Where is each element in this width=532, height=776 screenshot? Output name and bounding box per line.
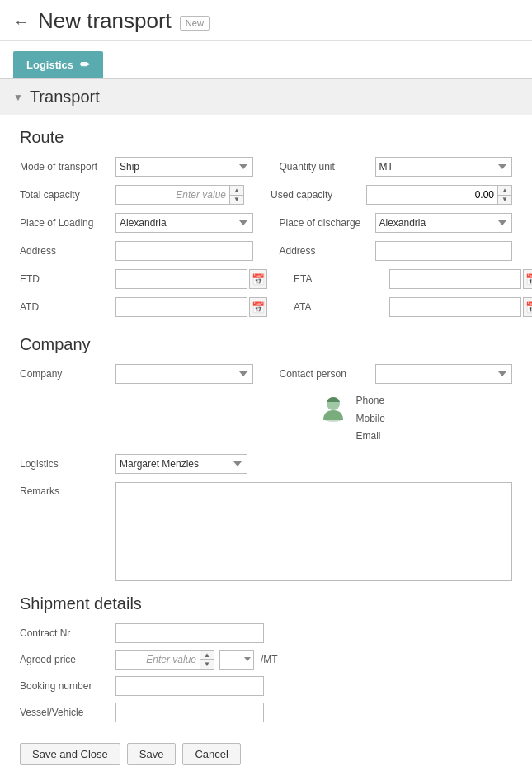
remarks-textarea[interactable]	[115, 482, 512, 581]
logistics-field-label: Logistics	[20, 458, 111, 470]
total-capacity-label: Total capacity	[20, 189, 111, 201]
avatar	[318, 392, 348, 422]
address-right-label: Address	[280, 245, 370, 257]
section-transport: ▼ Transport	[0, 79, 532, 115]
ata-input[interactable]	[389, 297, 521, 317]
tab-logistics[interactable]: Logistics ✏	[13, 51, 103, 78]
ata-label: ATA	[294, 301, 384, 313]
atd-input-wrap: 📅	[115, 297, 267, 317]
booking-number-row: Booking number	[20, 676, 512, 696]
agreed-price-up[interactable]: ▲	[200, 651, 214, 660]
etd-label: ETD	[20, 273, 111, 285]
total-capacity-up[interactable]: ▲	[230, 186, 243, 196]
place-of-loading-row: Place of Loading Alexandria Cairo Port S…	[20, 213, 253, 233]
vessel-vehicle-input[interactable]	[115, 703, 264, 722]
mode-of-transport-row: Mode of transport Ship Truck Rail Air	[20, 157, 253, 177]
contact-details: Phone Mobile Email	[356, 392, 385, 446]
quantity-unit-row: Quantity unit MT KG LT	[280, 157, 513, 177]
used-capacity-down[interactable]: ▼	[498, 196, 511, 205]
form-grid-row3: Place of Loading Alexandria Cairo Port S…	[20, 213, 512, 238]
used-capacity-input[interactable]	[367, 186, 497, 204]
mode-of-transport-select[interactable]: Ship Truck Rail Air	[115, 157, 253, 177]
total-capacity-placeholder[interactable]: Enter value	[116, 187, 229, 202]
form-grid-row5: ETD 📅 ETA 📅	[20, 269, 512, 294]
atd-row: ATD 📅	[20, 297, 267, 317]
mode-of-transport-label: Mode of transport	[20, 161, 111, 173]
place-of-discharge-row: Place of discharge Alexandria Cairo Port…	[280, 213, 513, 233]
total-capacity-down[interactable]: ▼	[230, 196, 243, 205]
booking-number-label: Booking number	[20, 680, 111, 692]
route-section-title: Route	[20, 128, 512, 147]
quantity-unit-label: Quantity unit	[280, 161, 370, 173]
place-of-discharge-select[interactable]: Alexandria Cairo Port Said	[375, 213, 513, 233]
save-button[interactable]: Save	[127, 743, 177, 765]
agreed-price-down[interactable]: ▼	[200, 660, 214, 669]
address-right-input[interactable]	[375, 241, 513, 261]
form-grid-row4: Address Address	[20, 241, 512, 266]
mobile-label: Mobile	[356, 413, 385, 424]
currency-select[interactable]: USD EUR	[219, 650, 254, 670]
agreed-price-row: Agreed price Enter value ▲ ▼ USD EUR /MT	[20, 650, 512, 670]
ata-calendar-icon[interactable]: 📅	[523, 297, 532, 317]
form-grid-row2: Total capacity Enter value ▲ ▼ Used capa…	[20, 185, 512, 210]
place-of-loading-select[interactable]: Alexandria Cairo Port Said	[115, 213, 253, 233]
mobile-row: Mobile	[356, 410, 385, 428]
atd-calendar-icon[interactable]: 📅	[249, 297, 267, 317]
contract-nr-label: Contract Nr	[20, 627, 111, 639]
remarks-label: Remarks	[20, 482, 111, 497]
page-title: New transport	[38, 8, 172, 34]
eta-input-wrap: 📅	[389, 269, 532, 289]
email-row: Email	[356, 428, 385, 446]
address-left-input[interactable]	[115, 241, 253, 261]
address-left-row: Address	[20, 241, 253, 261]
eta-label: ETA	[294, 273, 384, 285]
footer: Save and Close Save Cancel	[0, 731, 532, 776]
used-capacity-row: Used capacity ▲ ▼	[271, 185, 512, 205]
phone-row: Phone	[356, 392, 385, 410]
back-button[interactable]: ←	[13, 13, 30, 30]
etd-input[interactable]	[115, 269, 247, 289]
ata-row: ATA 📅	[294, 297, 532, 317]
total-capacity-input-wrap: Enter value ▲ ▼	[115, 185, 244, 205]
save-close-button[interactable]: Save and Close	[20, 743, 120, 765]
place-of-discharge-label: Place of discharge	[280, 217, 370, 229]
booking-number-input[interactable]	[115, 676, 264, 696]
quantity-unit-select[interactable]: MT KG LT	[375, 157, 513, 177]
transport-section-title: Transport	[30, 88, 100, 106]
cancel-button[interactable]: Cancel	[182, 743, 240, 765]
per-unit-label: /MT	[261, 654, 278, 665]
place-of-loading-label: Place of Loading	[20, 217, 111, 229]
logistics-select[interactable]: Margaret Menzies John Smith	[115, 454, 247, 474]
company-section-title: Company	[20, 335, 512, 354]
eta-calendar-icon[interactable]: 📅	[523, 269, 532, 289]
contact-details-area: Phone Mobile Email	[20, 392, 512, 446]
agreed-price-input-wrap: Enter value ▲ ▼	[115, 650, 214, 670]
vessel-vehicle-label: Vessel/Vehicle	[20, 707, 111, 718]
address-right-row: Address	[280, 241, 513, 261]
agreed-price-spinner: ▲ ▼	[200, 651, 214, 669]
etd-row: ETD 📅	[20, 269, 267, 289]
contact-person-label: Contact person	[280, 368, 370, 380]
address-left-label: Address	[20, 245, 111, 257]
etd-input-wrap: 📅	[115, 269, 267, 289]
etd-calendar-icon[interactable]: 📅	[249, 269, 267, 289]
eta-input[interactable]	[389, 269, 521, 289]
pencil-icon: ✏	[80, 58, 90, 71]
company-select[interactable]	[115, 364, 253, 384]
used-capacity-up[interactable]: ▲	[498, 186, 511, 196]
contact-person-select[interactable]	[375, 364, 513, 384]
contract-nr-row: Contract Nr	[20, 623, 512, 643]
email-label: Email	[356, 430, 381, 442]
shipment-section: Shipment details Contract Nr Agreed pric…	[20, 594, 512, 722]
collapse-icon[interactable]: ▼	[13, 92, 23, 103]
company-row: Company	[20, 364, 253, 384]
phone-label: Phone	[356, 395, 385, 406]
contract-nr-input[interactable]	[115, 623, 264, 643]
shipment-section-title: Shipment details	[20, 594, 512, 613]
atd-input[interactable]	[115, 297, 247, 317]
company-grid-row1: Company Contact person	[20, 364, 512, 389]
eta-row: ETA 📅	[294, 269, 532, 289]
content-area: Route Mode of transport Ship Truck Rail …	[0, 128, 532, 722]
agreed-price-placeholder[interactable]: Enter value	[116, 652, 200, 667]
form-grid-row1: Mode of transport Ship Truck Rail Air Qu…	[20, 157, 512, 182]
